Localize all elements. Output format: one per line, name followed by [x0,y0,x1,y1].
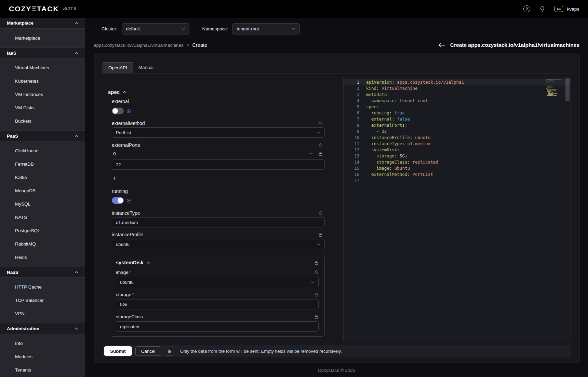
chevron-up-icon [75,327,78,330]
sidebar-section-paas[interactable]: PaaS [0,130,85,141]
external-toggle[interactable] [112,108,124,114]
code-line: 15 image: ubuntu [344,165,571,171]
code-line: 16 externalMethod: PortList [344,171,571,178]
storageClass-input[interactable] [116,321,319,332]
image-select[interactable]: ubuntu [116,277,319,287]
instanceProfile-select[interactable]: ubuntu [112,239,325,249]
image-value: ubuntu [120,280,134,285]
add-port-button[interactable]: + [112,175,116,181]
lock-icon [318,211,323,215]
sidebar-item-rabbitmq[interactable]: RabbitMQ [0,237,85,251]
sidebar-item-tenants[interactable]: Tenants [0,363,85,377]
sidebar-item-kubernetes[interactable]: Kubernetes [0,74,85,88]
storage-input[interactable] [116,299,319,309]
app-version: v0.37.0 [63,6,76,11]
line-number: 9 [344,128,359,135]
lock-icon [318,233,323,237]
yaml-editor[interactable]: 1apiVersion: apps.cozystack.io/v1alpha12… [343,77,571,342]
namespace-select[interactable]: tenant-root [232,23,300,34]
sidebar-item-postgresql[interactable]: PostgreSQL [0,224,85,237]
image-label: image [116,270,129,275]
lock-icon [318,152,323,156]
sidebar-item-mysql[interactable]: MySQL [0,197,85,211]
line-number: 1 [344,79,359,85]
running-toggle[interactable] [112,197,124,204]
storage-label: storage [116,292,131,297]
user-badge-icon[interactable]: A≡ [554,6,563,12]
line-number: 2 [344,85,359,92]
breadcrumb-path[interactable]: apps.cozystack.io/v1alpha1/virtualmachin… [94,43,184,48]
tab-openapi[interactable]: OpenAPI [103,62,133,73]
light-bulb-icon[interactable] [539,6,546,12]
sidebar-item-clickhouse[interactable]: ClickHouse [0,144,85,157]
sidebar-section-naas[interactable]: NaaS [0,267,85,278]
chevron-down-icon [311,281,315,283]
sidebar-item-vpn[interactable]: VPN [0,307,85,320]
app-logo: COZYΞTACK [9,5,59,13]
sidebar-item-http-cache[interactable]: HTTP Cache [0,280,85,294]
sidebar-item-mongodb[interactable]: MongoDB [0,184,85,197]
chevron-up-icon [75,52,78,54]
sidebar-section-marketplace[interactable]: Marketplace [0,18,85,29]
editor-scrollbar[interactable] [565,78,570,101]
sidebar-item-virtual-machines[interactable]: Virtual Machines [0,61,85,74]
line-number: 4 [344,98,359,104]
line-number: 7 [344,116,359,122]
sidebar-item-modules[interactable]: Modules [0,350,85,363]
sidebar-section-iaas[interactable]: IaaS [0,47,85,58]
username[interactable]: kvaps [567,6,579,12]
back-arrow-icon[interactable] [438,43,445,48]
sidebar-item-vm-disks[interactable]: VM Disks [0,101,85,114]
cluster-select[interactable]: default [122,23,189,34]
line-number: 17 [344,178,359,184]
main-content: Cluster: default Namespace: tenant-root … [85,18,588,377]
port-input[interactable] [112,159,325,170]
externalMethod-select[interactable]: PortList [112,127,325,138]
tab-strip: OpenAPI Manual [103,62,571,73]
cancel-button[interactable]: Cancel [135,346,161,356]
editor-lines: 1apiVersion: apps.cozystack.io/v1alpha12… [344,79,571,184]
required-mark: * [132,292,134,297]
line-number: 11 [344,141,359,147]
default-value-icon [126,198,131,203]
sidebar-item-ferretdb[interactable]: FerretDB [0,157,85,171]
sidebar-item-kafka[interactable]: Kafka [0,171,85,184]
lock-icon [318,121,323,126]
sidebar-item-tcp-balancer[interactable]: TCP Balancer [0,294,85,307]
sidebar-section-label: PaaS [7,134,18,139]
instanceType-label: instanceType [112,210,140,216]
sidebar-item-info[interactable]: Info [0,337,85,350]
externalMethod-value: PortList [116,130,131,135]
sidebar-item-buckets[interactable]: Buckets [0,114,85,128]
chevron-up-icon [75,22,78,24]
submit-button[interactable]: Submit [104,346,132,356]
sidebar-item-vm-instances[interactable]: VM Instances [0,88,85,101]
lock-icon [314,315,319,319]
chevron-up-icon[interactable] [147,262,150,264]
systemDisk-group: systemDisk image* [110,255,325,337]
external-label: external [112,99,129,104]
sidebar-item-redis[interactable]: Redis [0,251,85,264]
line-number: 5 [344,104,359,110]
remove-port-button[interactable]: − [309,151,313,157]
spec-section-toggle[interactable]: spec [108,89,328,95]
sidebar: MarketplaceMarketplaceIaaSVirtual Machin… [0,18,85,377]
instanceType-input[interactable] [112,217,325,227]
line-number: 3 [344,92,359,98]
sidebar-item-nats[interactable]: NATS [0,211,85,224]
breadcrumb: apps.cozystack.io/v1alpha1/virtualmachin… [94,41,579,50]
debug-icon-button[interactable] [165,347,174,356]
top-bar-right: ? A≡ kvaps [523,5,579,12]
instanceProfile-label: instanceProfile [112,232,143,237]
help-icon[interactable]: ? [523,5,530,12]
chevron-down-icon [317,243,321,246]
code-line: 11 instanceType: u1.medium [344,141,571,147]
sidebar-section-label: NaaS [7,270,18,275]
instanceProfile-value: ubuntu [116,242,130,247]
cluster-value: default [126,26,140,31]
tab-manual[interactable]: Manual [133,62,159,73]
sidebar-section-administration[interactable]: Administration [0,323,85,334]
editor-minimap [546,80,563,97]
sidebar-item-marketplace[interactable]: Marketplace [0,31,85,45]
lock-icon [314,292,319,297]
